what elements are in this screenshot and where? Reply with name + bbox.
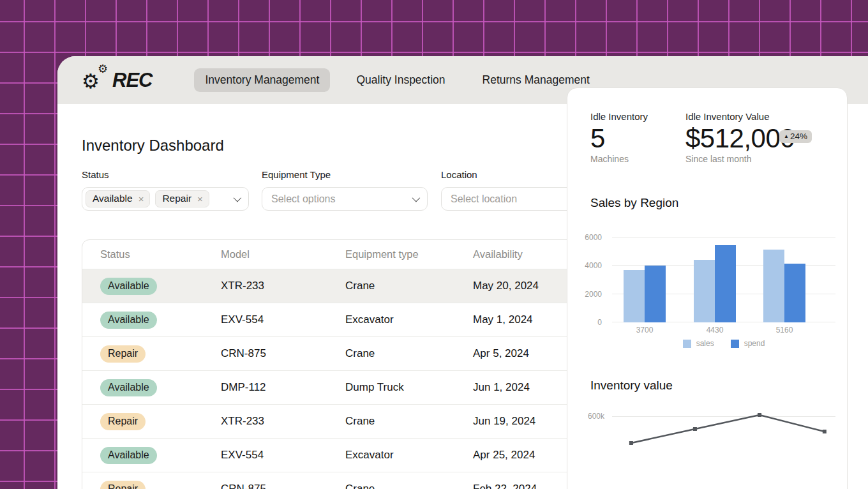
bar-group [763, 250, 805, 322]
equipment-type-cell: Crane [327, 415, 455, 428]
model-cell: EXV-554 [203, 313, 327, 326]
status-badge: Available [100, 379, 157, 396]
x-tick-label: 5160 [763, 326, 805, 335]
table-row[interactable]: AvailableEXV-554ExcavatorMay 1, 2024 [82, 303, 609, 337]
bar-group [624, 266, 666, 322]
sales-bar[interactable] [624, 270, 645, 322]
y-tick-label: 4000 [585, 261, 602, 270]
tab-quality-inspection[interactable]: Quality Inspection [345, 68, 456, 92]
gear-small-icon: ⚙ [98, 63, 108, 75]
status-chip-repair[interactable]: Repair × [155, 190, 209, 207]
idle-inventory-value: 5 [590, 125, 605, 152]
delta-value: 24% [790, 132, 807, 141]
col-model: Model [203, 248, 327, 260]
desktop-background: { "nav": { "logo_text": "REC", "tabs": [… [0, 0, 868, 489]
line-chart-title: Inventory value [590, 379, 673, 393]
chip-label: Repair [162, 193, 191, 204]
model-cell: EXV-554 [203, 449, 327, 462]
table-header: Status Model Equipment type Availability [82, 240, 609, 269]
delta-badge: ▲ 24% [779, 130, 812, 143]
table-row[interactable]: AvailableXTR-233CraneMay 20, 2024 [82, 269, 609, 303]
bar-chart-plot [612, 237, 835, 322]
chevron-down-icon [234, 194, 242, 202]
bar-chart-title: Sales by Region [590, 196, 678, 210]
table-row[interactable]: AvailableDMP-112Dump TruckJun 1, 2024 [82, 371, 609, 405]
remove-chip-icon[interactable]: × [197, 193, 203, 204]
tab-inventory-management[interactable]: Inventory Management [194, 68, 330, 92]
table-body: AvailableXTR-233CraneMay 20, 2024Availab… [82, 269, 609, 489]
data-point-marker[interactable] [758, 413, 761, 417]
table-row[interactable]: AvailableEXV-554ExcavatorApr 25, 2024 [82, 439, 609, 472]
spend-bar[interactable] [645, 266, 666, 322]
model-cell: DMP-112 [203, 381, 327, 394]
status-badge: Available [100, 447, 157, 464]
filter-equipment-type: Equipment Type Select options [262, 169, 428, 211]
app-logo[interactable]: ⚙ ⚙ REC [82, 65, 152, 96]
model-cell: CRN-875 [203, 483, 327, 489]
equipment-type-cell: Excavator [327, 313, 455, 326]
remove-chip-icon[interactable]: × [138, 193, 144, 204]
equipment-type-cell: Dump Truck [327, 381, 455, 394]
status-badge: Available [100, 278, 157, 295]
gridline [612, 237, 835, 237]
sales-bar[interactable] [763, 250, 784, 322]
legend-swatch-icon [731, 340, 739, 348]
legend-swatch-icon [683, 340, 691, 348]
line-chart [608, 404, 838, 474]
up-arrow-icon: ▲ [784, 134, 789, 139]
status-multiselect[interactable]: Available × Repair × [82, 187, 249, 211]
idle-inventory-label: Idle Inventory [590, 111, 648, 122]
legend-item-sales: sales [683, 339, 714, 348]
bar-chart-legend: salesspend [612, 339, 835, 348]
filter-status: Status Available × Repair × [82, 169, 249, 211]
status-badge: Repair [100, 345, 146, 363]
inventory-table: Status Model Equipment type Availability… [82, 239, 610, 489]
y-tick-label: 0 [597, 318, 602, 327]
table-row[interactable]: RepairXTR-233CraneJun 19, 2024 [82, 405, 609, 439]
status-chip-available[interactable]: Available × [86, 190, 150, 207]
gears-icon: ⚙ ⚙ [82, 65, 112, 96]
x-tick-label: 3700 [624, 326, 666, 335]
idle-value-sub: Since last month [685, 154, 752, 164]
filter-equipment-type-label: Equipment Type [262, 169, 428, 180]
bar-chart-ylabels: 0200040006000 [567, 237, 607, 322]
equipment-type-cell: Crane [327, 347, 455, 360]
chip-label: Available [93, 193, 133, 204]
chevron-down-icon [412, 194, 421, 202]
legend-label: spend [744, 339, 765, 348]
page-title: Inventory Dashboard [82, 137, 224, 154]
sales-bar[interactable] [694, 260, 715, 322]
logo-text: REC [112, 69, 152, 92]
model-cell: CRN-875 [203, 347, 327, 360]
model-cell: XTR-233 [203, 415, 327, 428]
legend-label: sales [696, 339, 714, 348]
line-series [631, 415, 825, 443]
status-badge: Available [100, 312, 157, 329]
legend-item-spend: spend [731, 339, 765, 348]
right-panel: Idle Inventory 5 Machines Idle Inventory… [567, 87, 848, 489]
y-tick-label: 6000 [585, 233, 602, 242]
data-point-marker[interactable] [693, 427, 697, 431]
bar-chart-xlabels: 370044305160 [612, 326, 835, 336]
table-row[interactable]: RepairCRN-875CraneFeb 22, 2024 [82, 472, 609, 489]
equipment-type-cell: Crane [327, 280, 455, 292]
spend-bar[interactable] [715, 245, 736, 322]
gear-large-icon: ⚙ [82, 71, 100, 91]
status-badge: Repair [100, 413, 146, 430]
table-row[interactable]: RepairCRN-875CraneApr 5, 2024 [82, 337, 609, 371]
line-chart-ytick: 600k [567, 412, 608, 421]
bar-group [694, 245, 736, 322]
equipment-type-select[interactable]: Select options [262, 187, 428, 211]
nav-tabs: Inventory Management Quality Inspection … [194, 68, 600, 92]
equipment-type-placeholder: Select options [271, 193, 412, 205]
data-point-marker[interactable] [823, 430, 827, 433]
data-point-marker[interactable] [629, 441, 633, 445]
filter-status-label: Status [82, 169, 249, 180]
idle-value-label: Idle Inventory Value [685, 111, 769, 122]
col-equipment-type: Equipment type [327, 248, 455, 260]
equipment-type-cell: Excavator [327, 449, 455, 462]
idle-inventory-sub: Machines [590, 154, 629, 164]
status-badge: Repair [100, 481, 146, 489]
x-tick-label: 4430 [694, 326, 736, 335]
spend-bar[interactable] [784, 264, 805, 322]
